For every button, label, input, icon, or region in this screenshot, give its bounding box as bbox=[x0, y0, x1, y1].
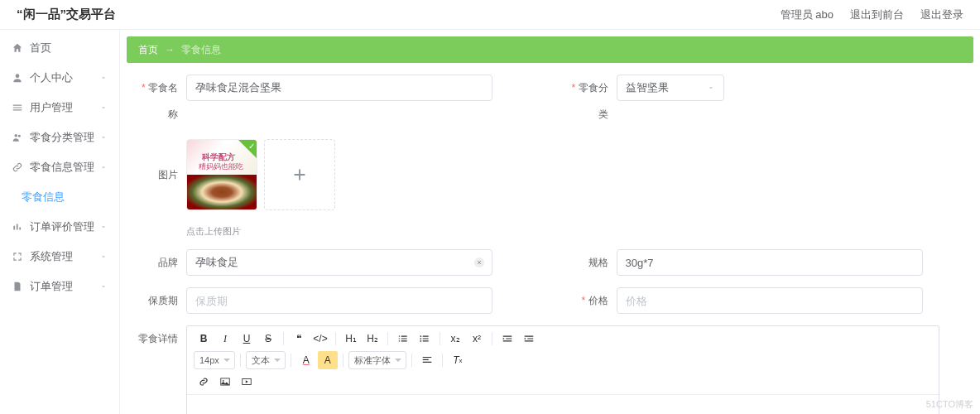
expand-icon bbox=[12, 251, 23, 262]
chevron-down-icon bbox=[99, 253, 108, 261]
thumb-text: 糟妈妈也能吃 bbox=[199, 161, 243, 172]
sup-button[interactable]: x² bbox=[467, 330, 487, 348]
breadcrumb-sep: → bbox=[165, 44, 175, 55]
strike-button[interactable]: S bbox=[258, 330, 278, 348]
breadcrumb-home[interactable]: 首页 bbox=[138, 43, 158, 57]
chevron-down-icon bbox=[99, 104, 108, 112]
color-button[interactable]: A bbox=[296, 351, 316, 369]
svg-point-2 bbox=[18, 135, 21, 137]
home-icon bbox=[12, 42, 23, 54]
svg-point-4 bbox=[420, 335, 421, 337]
fontfamily-select[interactable]: 标准字体 bbox=[348, 351, 406, 369]
label-detail: 零食详情 bbox=[137, 325, 186, 352]
bars-icon bbox=[12, 221, 23, 233]
bold-button[interactable]: B bbox=[194, 330, 214, 348]
clear-format-button[interactable]: Tx bbox=[448, 351, 468, 369]
category-select[interactable]: 益智坚果 bbox=[617, 75, 724, 101]
outdent-button[interactable] bbox=[497, 330, 517, 348]
sidebar: 首页 个人中心 用户管理 零食分类管理 零食信息管理 零食信息 订单评价管理 bbox=[0, 30, 120, 414]
bgcolor-button[interactable]: A bbox=[318, 351, 338, 369]
editor-body[interactable] bbox=[187, 395, 939, 414]
rich-editor: B I U S ❝ </> H₁ H₂ bbox=[186, 325, 939, 414]
quote-button[interactable]: ❝ bbox=[289, 330, 309, 348]
sidebar-item-label: 订单管理 bbox=[30, 279, 99, 294]
svg-point-6 bbox=[420, 340, 421, 342]
chevron-down-icon bbox=[99, 282, 108, 291]
header-to-front[interactable]: 退出到前台 bbox=[850, 7, 904, 22]
chevron-up-icon bbox=[99, 163, 108, 171]
label-spec: 规格 bbox=[567, 249, 617, 276]
video-button[interactable] bbox=[237, 373, 257, 391]
paragraph-select[interactable]: 文本 bbox=[246, 351, 286, 369]
sidebar-item-label: 首页 bbox=[30, 41, 108, 55]
sidebar-item-label: 系统管理 bbox=[30, 249, 99, 264]
users-icon bbox=[12, 132, 23, 143]
shelf-input[interactable] bbox=[186, 287, 492, 314]
image-button[interactable] bbox=[215, 373, 235, 391]
sidebar-item-label: 零食分类管理 bbox=[30, 130, 99, 145]
chevron-down-icon bbox=[99, 223, 108, 231]
indent-button[interactable] bbox=[519, 330, 539, 348]
fontsize-select[interactable]: 14px bbox=[194, 351, 235, 369]
h2-button[interactable]: H₂ bbox=[363, 330, 382, 348]
svg-point-8 bbox=[223, 380, 224, 382]
check-icon: ✓ bbox=[248, 142, 255, 151]
sidebar-item-orders[interactable]: 订单管理 bbox=[0, 272, 119, 301]
label-name: 零食名称 bbox=[137, 75, 186, 128]
chevron-down-icon bbox=[707, 84, 715, 92]
sidebar-item-profile[interactable]: 个人中心 bbox=[0, 63, 119, 93]
breadcrumb-current: 零食信息 bbox=[181, 43, 221, 57]
h1-button[interactable]: H₁ bbox=[341, 330, 361, 348]
sidebar-item-order-review[interactable]: 订单评价管理 bbox=[0, 212, 119, 242]
chevron-down-icon bbox=[99, 133, 108, 142]
editor-toolbar: B I U S ❝ </> H₁ H₂ bbox=[187, 326, 939, 395]
doc-icon bbox=[12, 281, 23, 292]
sidebar-item-label: 个人中心 bbox=[30, 70, 99, 85]
price-input[interactable] bbox=[617, 287, 923, 314]
name-input[interactable] bbox=[186, 75, 492, 101]
sidebar-item-home[interactable]: 首页 bbox=[0, 33, 119, 63]
link-icon bbox=[12, 161, 23, 173]
spec-input[interactable] bbox=[617, 249, 923, 276]
label-image: 图片 bbox=[137, 139, 186, 210]
sidebar-item-label: 零食信息管理 bbox=[30, 160, 99, 175]
sidebar-item-label: 用户管理 bbox=[30, 100, 99, 115]
sidebar-item-snack-info[interactable]: 零食信息管理 bbox=[0, 152, 119, 182]
sidebar-item-users[interactable]: 用户管理 bbox=[0, 93, 119, 123]
ul-button[interactable] bbox=[415, 330, 435, 348]
label-shelf: 保质期 bbox=[137, 287, 186, 314]
sidebar-item-system[interactable]: 系统管理 bbox=[0, 242, 119, 272]
user-icon bbox=[12, 72, 23, 84]
upload-hint: 点击上传图片 bbox=[186, 225, 335, 238]
brand-input[interactable] bbox=[186, 249, 492, 276]
label-category: 零食分类 bbox=[567, 75, 617, 128]
category-value: 益智坚果 bbox=[626, 80, 669, 95]
svg-point-1 bbox=[15, 134, 18, 137]
brand-title: “闲一品”交易平台 bbox=[17, 7, 116, 22]
underline-button[interactable]: U bbox=[237, 330, 257, 348]
chevron-down-icon bbox=[99, 74, 108, 82]
clear-icon[interactable] bbox=[473, 256, 486, 269]
sidebar-sub-snack-info[interactable]: 零食信息 bbox=[0, 182, 119, 212]
align-button[interactable] bbox=[417, 351, 437, 369]
ol-button[interactable] bbox=[393, 330, 413, 348]
list-icon bbox=[12, 102, 23, 113]
sub-button[interactable]: x₂ bbox=[445, 330, 465, 348]
sidebar-item-label: 订单评价管理 bbox=[30, 219, 99, 234]
label-price: 价格 bbox=[567, 287, 617, 314]
header-admin[interactable]: 管理员 abo bbox=[781, 7, 833, 22]
upload-button[interactable] bbox=[264, 139, 335, 210]
label-brand: 品牌 bbox=[137, 249, 186, 276]
sidebar-item-snack-category[interactable]: 零食分类管理 bbox=[0, 123, 119, 152]
svg-point-5 bbox=[420, 338, 421, 339]
link-button[interactable] bbox=[194, 373, 214, 391]
image-thumbnail[interactable]: ✓ 科学配方 糟妈妈也能吃 bbox=[186, 139, 257, 210]
header-logout[interactable]: 退出登录 bbox=[920, 7, 963, 22]
svg-point-0 bbox=[16, 74, 20, 78]
breadcrumb: 首页 → 零食信息 bbox=[127, 36, 973, 63]
italic-button[interactable]: I bbox=[215, 330, 235, 348]
code-button[interactable]: </> bbox=[310, 330, 330, 348]
plus-icon bbox=[291, 166, 309, 184]
